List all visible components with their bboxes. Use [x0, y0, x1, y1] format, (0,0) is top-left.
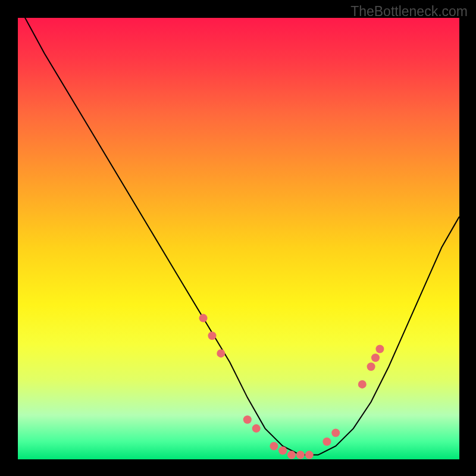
marker-point [367, 362, 375, 371]
marker-point [371, 353, 380, 362]
plot-area [18, 18, 459, 459]
marker-point [305, 451, 314, 459]
chart-svg [18, 18, 459, 459]
marker-point [375, 345, 384, 353]
marker-point [208, 331, 217, 340]
marker-point [199, 314, 208, 322]
bottleneck-curve [18, 18, 459, 455]
marker-point [217, 349, 225, 358]
marker-point [243, 415, 252, 424]
marker-point [287, 451, 296, 459]
marker-point [270, 442, 278, 450]
marker-point [252, 424, 261, 433]
marker-point [331, 429, 340, 437]
marker-point [296, 451, 305, 459]
marker-point [278, 446, 287, 455]
curve-markers [199, 314, 384, 459]
marker-point [322, 437, 331, 446]
marker-point [358, 380, 367, 389]
watermark-text: TheBottleneck.com [350, 4, 468, 20]
